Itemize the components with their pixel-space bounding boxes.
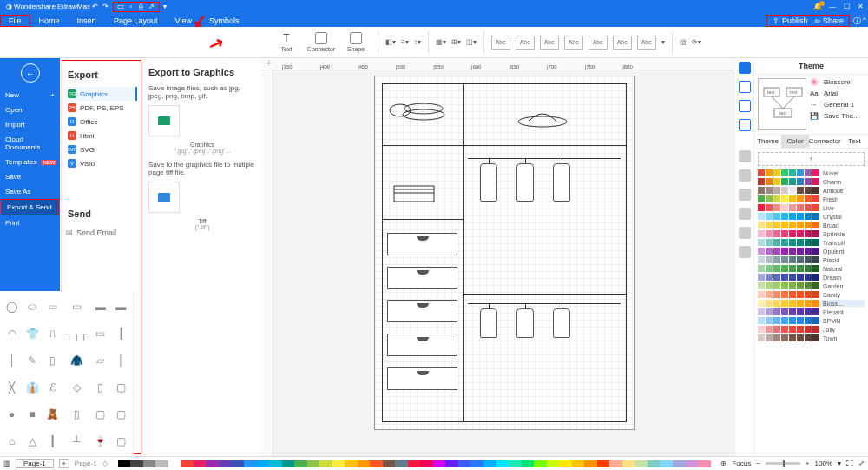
fit-page-icon[interactable]: ⛶ xyxy=(846,460,853,467)
rail-lock-icon[interactable] xyxy=(739,189,751,201)
colorbar-swatch[interactable] xyxy=(547,460,560,467)
style-swatch[interactable]: Abc xyxy=(540,36,559,50)
style-swatch[interactable]: Abc xyxy=(491,36,510,50)
shape-item[interactable]: ▢ xyxy=(113,429,130,453)
shape-item[interactable]: 🧥 xyxy=(64,348,89,372)
rail-theme-icon[interactable] xyxy=(739,62,751,74)
line-icon[interactable]: ≡▾ xyxy=(401,38,409,46)
theme-color-bloss-[interactable]: Bloss... xyxy=(758,300,865,307)
colorbar-swatch[interactable] xyxy=(345,460,358,467)
shape-item[interactable]: ● xyxy=(3,402,20,426)
fill-icon[interactable]: ◧▾ xyxy=(385,38,396,46)
colorbar-swatch[interactable] xyxy=(433,460,446,467)
style-swatch[interactable]: Abc xyxy=(589,36,608,50)
shape-item[interactable]: 🍷 xyxy=(92,429,109,453)
shape-item[interactable]: ▭ xyxy=(44,295,62,318)
theme-color-fresh[interactable]: Fresh xyxy=(758,195,865,202)
shape-item[interactable]: ▭ xyxy=(92,321,109,345)
file-saveas[interactable]: Save As xyxy=(0,184,60,199)
colorbar-swatch[interactable] xyxy=(483,460,496,467)
collapse-ribbon-icon[interactable]: ⌃ xyxy=(861,17,868,25)
close-icon[interactable]: ✕ xyxy=(856,3,865,10)
file-new[interactable]: New+ xyxy=(0,88,60,103)
rail-snap-icon[interactable] xyxy=(739,169,751,182)
menu-home[interactable]: Home xyxy=(30,15,69,27)
nofill-icon[interactable]: ◇ xyxy=(102,460,108,467)
zoom-dropdown-icon[interactable]: ▾ xyxy=(838,460,841,467)
colorbar-swatch[interactable] xyxy=(206,460,219,467)
theme-quick-save-the-[interactable]: 💾Save The... xyxy=(810,112,865,120)
shape-item[interactable]: ■ xyxy=(23,402,41,426)
colorbar-swatch[interactable] xyxy=(509,460,522,467)
colorbar-swatch[interactable] xyxy=(470,460,483,467)
theme-color-tranquil[interactable]: Tranquil xyxy=(758,239,865,246)
zoom-in-icon[interactable]: + xyxy=(806,460,810,467)
colorbar-swatch[interactable] xyxy=(244,460,257,467)
shape-item[interactable]: ◇ xyxy=(64,375,89,399)
colorbar-swatch[interactable] xyxy=(269,460,282,467)
file-templates[interactable]: TemplatesNEW xyxy=(0,155,60,169)
colorbar-swatch[interactable] xyxy=(534,460,547,467)
publish-button[interactable]: ⇪Publish xyxy=(769,16,812,26)
ribbon-text[interactable]: TText xyxy=(272,32,301,52)
maximize-icon[interactable]: ☐ xyxy=(842,3,851,10)
qat-open-icon[interactable]: ▭ xyxy=(116,3,125,11)
back-button[interactable]: ← xyxy=(21,63,40,83)
colorbar-swatch[interactable] xyxy=(319,460,332,467)
theme-color-garden[interactable]: Garden xyxy=(758,282,865,289)
theme-color-antique[interactable]: Antique xyxy=(758,187,865,194)
help-icon[interactable]: ⓘ xyxy=(853,16,861,27)
rail-comments-icon[interactable] xyxy=(739,119,751,131)
shape-item[interactable]: ▱ xyxy=(92,348,109,372)
qat-print-icon[interactable]: ⎙ xyxy=(137,3,146,11)
theme-quick-general-[interactable]: ↔General 1 xyxy=(810,101,865,109)
layout-icon[interactable]: ▤ xyxy=(680,38,687,46)
style-swatch[interactable]: Abc xyxy=(613,36,632,50)
shape-item[interactable]: ┬┬┬ xyxy=(64,321,89,345)
add-theme-button[interactable]: + xyxy=(758,152,865,166)
shape-item[interactable]: 🧸 xyxy=(44,402,62,426)
shape-item[interactable]: ┃ xyxy=(113,321,130,345)
menu-file[interactable]: File xyxy=(0,15,30,27)
style-swatch[interactable]: Abc xyxy=(564,36,583,50)
colorbar-swatch[interactable] xyxy=(282,460,295,467)
menu-symbols[interactable]: Symbols xyxy=(201,15,248,27)
theme-color-crystal[interactable]: Crystal xyxy=(758,213,865,220)
colorbar-swatch[interactable] xyxy=(635,460,648,467)
shape-item[interactable]: ┴ xyxy=(64,429,89,453)
subtab-theme[interactable]: Theme xyxy=(754,135,781,148)
colorbar-swatch[interactable] xyxy=(231,460,244,467)
theme-color-live[interactable]: Live xyxy=(758,204,865,211)
shape-item[interactable]: ╳ xyxy=(3,375,20,399)
outline-toggle-icon[interactable]: ▥ xyxy=(3,460,10,467)
subtab-connector[interactable]: Connector xyxy=(809,135,841,148)
theme-color-jolly[interactable]: Jolly xyxy=(758,326,865,333)
align-icon[interactable]: ▦▾ xyxy=(436,38,446,46)
rail-replace-icon[interactable] xyxy=(739,227,751,239)
theme-color-bpmn[interactable]: BPMN xyxy=(758,317,865,324)
file-save[interactable]: Save xyxy=(0,169,60,184)
drawing-canvas[interactable] xyxy=(273,70,734,456)
theme-color-placid[interactable]: Placid xyxy=(758,256,865,263)
theme-color-opulent[interactable]: Opulent xyxy=(758,248,865,255)
rail-link-icon[interactable] xyxy=(739,208,751,220)
export-tiff-thumb[interactable] xyxy=(148,182,180,213)
shape-item[interactable]: ▯ xyxy=(64,402,89,426)
file-print[interactable]: Print xyxy=(0,215,60,230)
zoom-slider[interactable] xyxy=(766,462,800,465)
colorbar-swatch[interactable] xyxy=(118,460,131,467)
arrow-style-icon[interactable]: ↕▾ xyxy=(414,38,421,46)
shape-item[interactable]: ⌂ xyxy=(3,429,20,453)
colorbar-swatch[interactable] xyxy=(496,460,510,467)
colorbar-swatch[interactable] xyxy=(673,460,686,467)
zoom-out-icon[interactable]: − xyxy=(756,460,760,467)
shape-item[interactable]: ▯ xyxy=(92,375,109,399)
colorbar-swatch[interactable] xyxy=(307,460,320,467)
colorbar-swatch[interactable] xyxy=(559,460,572,467)
colorbar-swatch[interactable] xyxy=(597,460,610,467)
ribbon-connector[interactable]: Connector xyxy=(306,32,336,52)
colorbar-swatch[interactable] xyxy=(622,460,635,467)
rail-eyedrop-icon[interactable] xyxy=(739,246,751,258)
rail-history-icon[interactable] xyxy=(739,100,751,112)
theme-color-elegant[interactable]: Elegant xyxy=(758,308,865,315)
